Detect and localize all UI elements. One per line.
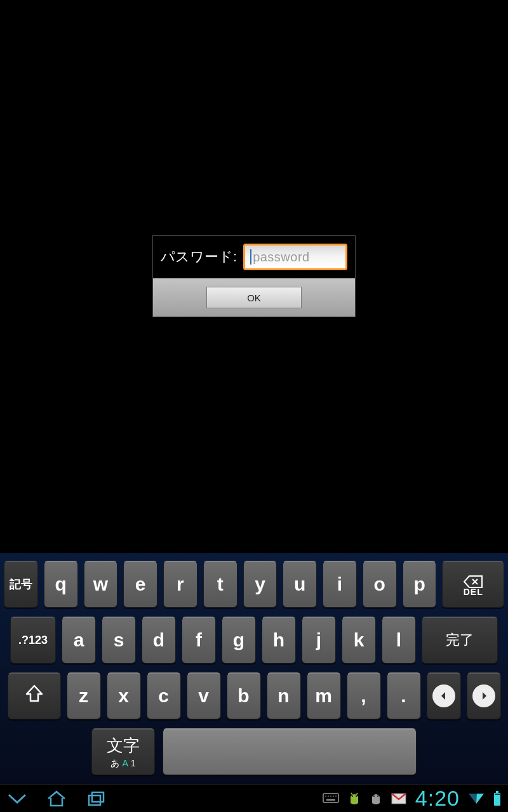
svg-rect-17 [496, 791, 498, 793]
svg-rect-18 [495, 794, 500, 795]
svg-line-11 [351, 793, 352, 795]
backspace-icon [463, 572, 483, 586]
key-j[interactable]: j [302, 617, 336, 664]
shift-icon [23, 683, 45, 709]
key-a[interactable]: a [62, 617, 96, 664]
svg-point-14 [377, 796, 378, 797]
key-g[interactable]: g [222, 617, 256, 664]
key-input-mode[interactable]: 文字 あ A 1 [91, 728, 155, 775]
nav-back-button[interactable] [6, 792, 28, 805]
key-symbols[interactable]: 記号 [4, 561, 38, 608]
key-q[interactable]: q [44, 561, 78, 608]
system-navigation-bar: 4:20 [0, 784, 508, 812]
svg-point-9 [352, 796, 353, 797]
nav-home-button[interactable] [46, 790, 67, 808]
key-x[interactable]: x [107, 672, 141, 719]
key-l[interactable]: l [382, 617, 416, 664]
key-p[interactable]: p [403, 561, 437, 608]
key-arrow-left[interactable] [427, 672, 461, 719]
nav-right-group: 4:20 [323, 786, 502, 811]
key-input-mode-label: 文字 [107, 735, 140, 757]
key-u[interactable]: u [283, 561, 317, 608]
keyboard-row-2: .?123 a s d f g h j k l 完了 [4, 617, 504, 664]
key-t[interactable]: t [203, 561, 237, 608]
key-shift[interactable] [8, 672, 61, 719]
clock-time: 4:20 [415, 786, 460, 811]
nav-recent-apps-button[interactable] [85, 790, 107, 808]
key-mode-numeric[interactable]: .?123 [10, 617, 56, 664]
svg-point-10 [356, 796, 357, 797]
key-m[interactable]: m [307, 672, 341, 719]
android-notification-icon [370, 792, 382, 806]
key-arrow-right[interactable] [467, 672, 501, 719]
key-d[interactable]: d [142, 617, 176, 664]
password-label: パスワード: [161, 247, 237, 266]
wifi-icon [469, 792, 484, 805]
battery-icon [493, 791, 502, 806]
key-space[interactable] [163, 728, 417, 775]
key-r[interactable]: r [163, 561, 197, 608]
key-delete[interactable]: DEL [442, 561, 504, 608]
status-clock: 4:20 [415, 786, 460, 811]
key-s[interactable]: s [102, 617, 136, 664]
ok-button-label: OK [247, 292, 261, 303]
svg-rect-2 [323, 794, 338, 802]
svg-rect-0 [89, 796, 100, 805]
keyboard-row-4: 文字 あ A 1 [4, 728, 504, 775]
arrow-left-icon [432, 684, 455, 707]
svg-rect-1 [92, 792, 104, 802]
key-h[interactable]: h [262, 617, 296, 664]
password-placeholder: password [250, 250, 310, 265]
ime-indicator-icon[interactable] [323, 793, 339, 804]
key-w[interactable]: w [84, 561, 118, 608]
key-o[interactable]: o [363, 561, 397, 608]
key-input-mode-sublabel: あ A 1 [110, 758, 135, 769]
android-debug-icon [348, 792, 361, 806]
key-z[interactable]: z [67, 672, 101, 719]
keyboard-row-1: 記号 q w e r t y u i o p DEL [4, 561, 504, 608]
key-k[interactable]: k [342, 617, 376, 664]
key-b[interactable]: b [227, 672, 261, 719]
dialog-input-row: パスワード: password [153, 236, 355, 278]
key-y[interactable]: y [243, 561, 277, 608]
ok-button[interactable]: OK [206, 287, 302, 308]
soft-keyboard: 記号 q w e r t y u i o p DEL .?123 a s d f… [0, 553, 508, 784]
key-done[interactable]: 完了 [422, 617, 498, 664]
key-e[interactable]: e [123, 561, 157, 608]
svg-line-12 [356, 793, 358, 795]
password-dialog: パスワード: password OK [152, 235, 356, 317]
gmail-notification-icon [391, 793, 406, 804]
password-input[interactable]: password [243, 244, 347, 270]
keyboard-row-3: z x c v b n m , . [4, 672, 504, 719]
key-comma[interactable]: , [347, 672, 381, 719]
arrow-right-icon [472, 684, 495, 707]
dialog-button-row: OK [153, 278, 355, 317]
key-c[interactable]: c [147, 672, 181, 719]
key-f[interactable]: f [182, 617, 216, 664]
key-period[interactable]: . [387, 672, 421, 719]
nav-left-group [6, 790, 107, 808]
svg-point-13 [373, 796, 375, 797]
key-i[interactable]: i [323, 561, 357, 608]
key-n[interactable]: n [267, 672, 301, 719]
key-v[interactable]: v [187, 672, 221, 719]
